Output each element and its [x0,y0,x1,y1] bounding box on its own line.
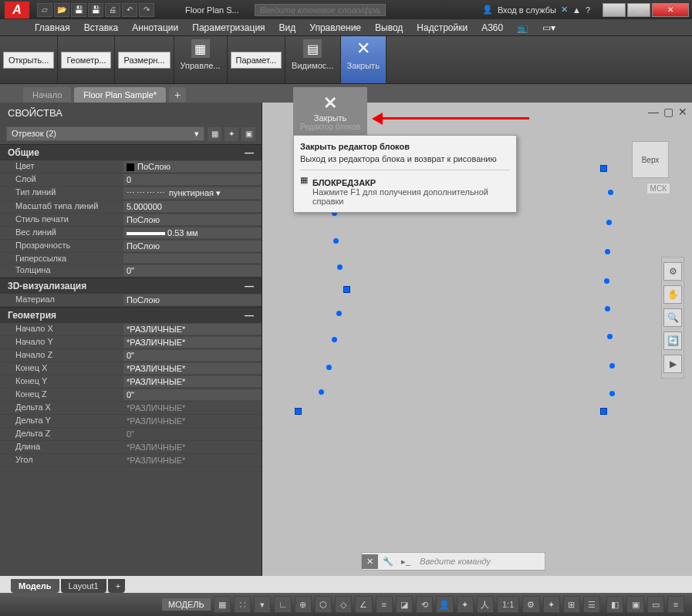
app-logo[interactable]: A [5,2,29,19]
prop-thickness-value[interactable]: 0" [123,265,262,276]
doc-minimize-icon[interactable]: — [648,106,659,118]
close-dropdown[interactable]: ✕ Закрыть Редактор блоков [293,87,367,137]
polar-icon[interactable]: ⊕ [295,596,312,613]
open-button[interactable]: Открыть... [3,52,54,69]
signin-link[interactable]: Вход в службы [498,5,556,15]
grip[interactable] [600,165,607,172]
cmd-close-icon[interactable]: ✕ [362,554,378,569]
maximize-button[interactable]: ☐ [627,3,650,17]
tab-layout1[interactable]: Layout1 [61,579,106,593]
menu-output[interactable]: Вывод [375,22,403,33]
prop-starty[interactable]: *РАЗЛИЧНЫЕ* [123,337,262,348]
prop-ltscale-value[interactable]: 5.000000 [123,201,262,212]
prop-endz[interactable]: 0" [123,389,262,400]
featured-icon[interactable]: 📺 [517,22,528,33]
wcs-label[interactable]: МСК [646,183,670,194]
transp-icon[interactable]: ◪ [396,596,413,613]
close-editor-button[interactable]: ✕ Закрыть [341,36,387,83]
exchange-icon[interactable]: ✕ [561,5,568,15]
save-icon[interactable]: 💾 [71,3,86,17]
prop-layer-value[interactable]: 0 [123,174,262,185]
units-icon[interactable]: ◧ [606,596,623,613]
visibility-panel[interactable]: ▤ Видимос... [285,36,340,83]
fullnav-icon[interactable]: ⚙ [663,262,682,281]
search-input[interactable] [255,4,386,16]
section-general[interactable]: Общие— [0,144,262,160]
ortho-icon[interactable]: ∟ [274,596,291,613]
status-model[interactable]: МОДЕЛЬ [162,598,211,611]
monitor-icon[interactable]: ☰ [583,596,600,613]
geom-button[interactable]: Геометр... [61,52,111,69]
prop-hyperlink-value[interactable] [123,254,262,263]
iso-icon[interactable]: ⬡ [315,596,332,613]
pickadd-icon[interactable]: ✦ [224,127,238,141]
qp-icon[interactable]: ▣ [626,596,643,613]
snap-icon[interactable]: ⸬ [234,596,251,613]
help-icon[interactable]: ? [586,5,590,15]
prop-transparency-value[interactable]: ПоСлою [123,241,262,251]
new-icon[interactable]: ▱ [37,3,52,17]
osnap-icon[interactable]: ◇ [335,596,352,613]
menu-param[interactable]: Параметризация [192,22,265,33]
menu-addins[interactable]: Надстройки [417,22,468,33]
prop-endx[interactable]: *РАЗЛИЧНЫЕ* [123,363,262,374]
quickselect-icon[interactable]: ▦ [208,127,221,141]
menu-annot[interactable]: Аннотации [132,22,178,33]
infer-icon[interactable]: ▾ [254,596,271,613]
ws-icon[interactable]: ⊞ [563,596,580,613]
prop-startz[interactable]: 0" [123,350,262,361]
gear-icon[interactable]: ⚙ [522,596,539,613]
prop-lineweight-value[interactable]: 0.53 мм [123,227,262,238]
otrack-icon[interactable]: ∠ [355,596,372,613]
tab-add-button[interactable]: + [169,87,186,103]
prop-endy[interactable]: *РАЗЛИЧНЫЕ* [123,376,262,387]
section-geometry[interactable]: Геометрия— [0,307,262,323]
minimize-button[interactable]: — [603,3,626,17]
orbit-icon[interactable]: 🔄 [663,332,682,350]
saveas-icon[interactable]: 💾 [88,3,103,17]
command-input[interactable]: Введите команду [414,557,545,566]
tab-document[interactable]: Floor Plan Sample* [74,87,166,103]
command-line[interactable]: ✕ 🔧 ▸_ Введите команду [361,552,545,571]
menu-a360[interactable]: A360 [481,22,503,33]
prop-color-value[interactable]: ПоСлою [123,161,262,172]
viewcube[interactable]: Верх [632,141,669,178]
doc-close-icon[interactable]: ✕ [678,106,687,118]
menu-home[interactable]: Главная [35,22,70,33]
doc-restore-icon[interactable]: ▢ [663,106,673,118]
cmd-tool-icon[interactable]: 🔧 [378,557,398,567]
open-icon[interactable]: 📂 [54,3,69,17]
lwt-icon[interactable]: ≡ [376,596,393,613]
cycle-icon[interactable]: ⟲ [416,596,433,613]
grip[interactable] [343,286,350,293]
ribbon-min-icon[interactable]: ▭▾ [542,22,555,33]
pan-icon[interactable]: ✋ [663,285,682,304]
annoscale-label[interactable]: 1:1 [497,596,519,613]
grid-icon[interactable]: ▦ [214,596,231,613]
3dosnap-icon[interactable]: ✦ [457,596,474,613]
print-icon[interactable]: 🖨 [105,3,120,17]
selection-dropdown[interactable]: Отрезок (2) ▾ [6,126,204,141]
clean-icon[interactable]: ▭ [647,596,664,613]
menu-manage[interactable]: Управление [309,22,361,33]
manage-panel[interactable]: ▦ Управле... [174,36,228,83]
select-icon[interactable]: ▣ [241,127,255,141]
tab-model[interactable]: Модель [11,579,59,593]
dyn-icon[interactable]: 👤 [436,596,453,613]
grip[interactable] [295,408,302,415]
cloud-icon[interactable]: ▲ [572,5,581,15]
prop-material-value[interactable]: ПоСлою [123,295,262,305]
undo-icon[interactable]: ↶ [122,3,137,17]
dim-button[interactable]: Размерн... [118,52,170,69]
prop-plotstyle-value[interactable]: ПоСлою [123,214,262,225]
prop-startx[interactable]: *РАЗЛИЧНЫЕ* [123,324,262,335]
custom-icon[interactable]: ≡ [667,596,684,613]
redo-icon[interactable]: ↷ [139,3,154,17]
menu-insert[interactable]: Вставка [84,22,119,33]
menu-view[interactable]: Вид [279,22,296,33]
tab-start[interactable]: Начало [23,87,71,103]
signin-icon[interactable]: 👤 [482,5,493,15]
prop-linetype-value[interactable]: ⋯⋯⋯⋯ пунктирная ▾ [123,187,262,199]
annovis-icon[interactable]: ✦ [543,596,560,613]
close-button[interactable]: ✕ [652,3,689,17]
